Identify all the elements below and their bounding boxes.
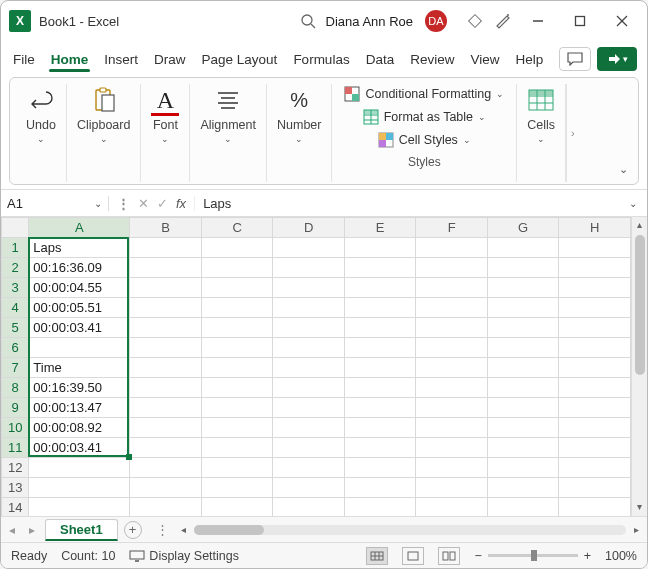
expand-formula-bar[interactable]: ⌄	[619, 198, 647, 209]
cell[interactable]	[487, 418, 559, 438]
cell[interactable]	[344, 398, 416, 418]
search-icon[interactable]	[298, 11, 318, 31]
cell[interactable]	[416, 378, 488, 398]
cell[interactable]	[130, 378, 202, 398]
cell[interactable]	[130, 338, 202, 358]
cell[interactable]	[487, 458, 559, 478]
cell[interactable]	[201, 378, 273, 398]
maximize-button[interactable]	[563, 7, 597, 35]
cell[interactable]	[130, 278, 202, 298]
tab-file[interactable]: File	[11, 48, 37, 71]
cell[interactable]	[201, 358, 273, 378]
prev-sheet-button[interactable]: ◂	[5, 523, 19, 537]
cell[interactable]	[130, 358, 202, 378]
cell[interactable]	[559, 318, 631, 338]
cell[interactable]	[487, 358, 559, 378]
cell[interactable]	[130, 298, 202, 318]
row-header[interactable]: 9	[2, 398, 29, 418]
confirm-entry-icon[interactable]: ✓	[157, 196, 168, 211]
cell[interactable]	[201, 258, 273, 278]
cell[interactable]	[130, 318, 202, 338]
cell[interactable]	[487, 298, 559, 318]
cell[interactable]	[416, 278, 488, 298]
cell[interactable]	[130, 418, 202, 438]
undo-button[interactable]: Undo ⌄	[26, 84, 56, 144]
cell[interactable]	[273, 318, 345, 338]
cell[interactable]	[344, 278, 416, 298]
normal-view-button[interactable]	[366, 547, 388, 565]
row-header[interactable]: 10	[2, 418, 29, 438]
row-header[interactable]: 12	[2, 458, 29, 478]
cell-styles-button[interactable]: Cell Styles⌄	[374, 130, 475, 150]
spreadsheet-grid[interactable]: ABCDEFGH1Laps200:16:36.09300:00:04.55400…	[1, 217, 631, 516]
cell[interactable]	[201, 478, 273, 498]
scroll-up-icon[interactable]: ▴	[635, 217, 644, 232]
tab-formulas[interactable]: Formulas	[291, 48, 351, 71]
cell[interactable]: 00:00:03.41	[29, 438, 130, 458]
cell[interactable]	[416, 318, 488, 338]
premium-icon[interactable]	[465, 11, 485, 31]
display-settings-button[interactable]: Display Settings	[129, 549, 239, 563]
collapse-ribbon-button[interactable]: ⌄	[615, 159, 632, 180]
column-header[interactable]: H	[559, 218, 631, 238]
cell[interactable]	[559, 338, 631, 358]
cancel-icon[interactable]: ⋮	[117, 196, 130, 211]
cell[interactable]	[416, 298, 488, 318]
conditional-formatting-button[interactable]: Conditional Formatting⌄	[340, 84, 508, 104]
cell[interactable]	[559, 498, 631, 517]
cell[interactable]	[416, 338, 488, 358]
clipboard-button[interactable]: Clipboard ⌄	[77, 84, 131, 144]
cell[interactable]	[201, 318, 273, 338]
scroll-thumb[interactable]	[194, 525, 264, 535]
cell[interactable]	[273, 478, 345, 498]
column-header[interactable]: G	[487, 218, 559, 238]
cell[interactable]	[487, 338, 559, 358]
tab-scroll-options[interactable]: ⋮	[148, 522, 177, 537]
cell[interactable]	[201, 238, 273, 258]
cell[interactable]	[344, 378, 416, 398]
cell[interactable]	[559, 238, 631, 258]
cell[interactable]	[416, 478, 488, 498]
cell[interactable]	[130, 258, 202, 278]
cell[interactable]	[416, 258, 488, 278]
cancel-entry-icon[interactable]: ✕	[138, 196, 149, 211]
cell[interactable]	[416, 438, 488, 458]
row-header[interactable]: 5	[2, 318, 29, 338]
row-header[interactable]: 13	[2, 478, 29, 498]
next-sheet-button[interactable]: ▸	[25, 523, 39, 537]
row-header[interactable]: 14	[2, 498, 29, 517]
cell[interactable]	[29, 458, 130, 478]
cell[interactable]	[344, 438, 416, 458]
tab-help[interactable]: Help	[513, 48, 545, 71]
close-button[interactable]	[605, 7, 639, 35]
cell[interactable]: 00:00:05.51	[29, 298, 130, 318]
cell[interactable]	[201, 278, 273, 298]
cell[interactable]	[487, 438, 559, 458]
cell[interactable]	[559, 438, 631, 458]
column-header[interactable]: A	[29, 218, 130, 238]
cell[interactable]	[559, 478, 631, 498]
cell[interactable]	[344, 338, 416, 358]
tab-page-layout[interactable]: Page Layout	[200, 48, 280, 71]
scroll-down-icon[interactable]: ▾	[635, 499, 644, 514]
cell[interactable]	[559, 418, 631, 438]
cell[interactable]	[29, 338, 130, 358]
cell[interactable]	[416, 358, 488, 378]
tab-view[interactable]: View	[468, 48, 501, 71]
zoom-in-button[interactable]: +	[584, 549, 591, 563]
cell[interactable]	[273, 238, 345, 258]
cell[interactable]	[273, 358, 345, 378]
cell[interactable]	[273, 338, 345, 358]
cell[interactable]	[273, 258, 345, 278]
cell[interactable]	[344, 458, 416, 478]
number-button[interactable]: % Number ⌄	[277, 84, 321, 144]
row-header[interactable]: 6	[2, 338, 29, 358]
cell[interactable]	[344, 498, 416, 517]
column-header[interactable]: B	[130, 218, 202, 238]
cell[interactable]	[344, 358, 416, 378]
font-button[interactable]: A Font ⌄	[151, 84, 179, 144]
horizontal-scrollbar[interactable]	[194, 525, 626, 535]
cell[interactable]	[559, 298, 631, 318]
cell[interactable]: 00:16:39.50	[29, 378, 130, 398]
cell[interactable]: 00:00:04.55	[29, 278, 130, 298]
